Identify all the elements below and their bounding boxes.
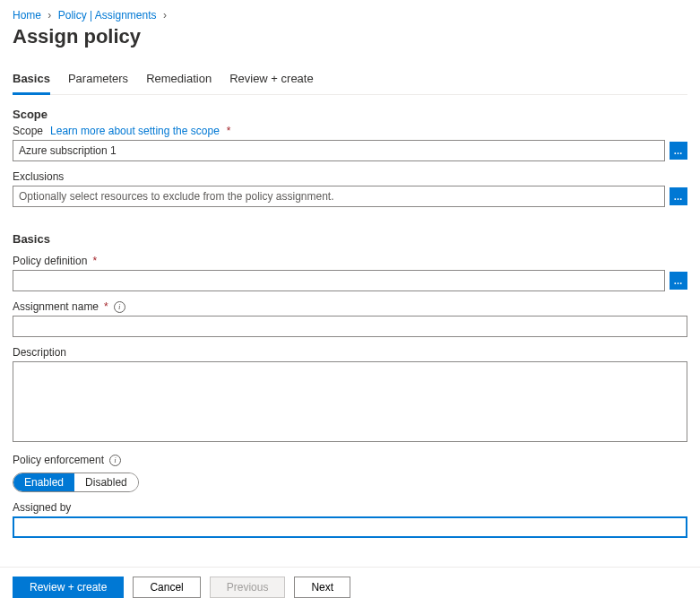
exclusions-label: Exclusions [13,170,687,183]
required-indicator: * [104,300,108,313]
page-title: Assign policy [13,25,687,48]
info-icon[interactable]: i [114,301,125,313]
scope-picker-button[interactable]: … [670,142,687,160]
scope-input[interactable] [13,140,665,161]
scope-label: Scope [13,125,43,137]
chevron-icon: › [163,9,167,22]
tab-parameters[interactable]: Parameters [68,72,128,94]
enforcement-toggle[interactable]: Enabled Disabled [13,473,139,492]
policy-definition-input[interactable] [13,270,665,291]
required-indicator: * [92,255,97,267]
description-label: Description [13,346,66,359]
tab-review[interactable]: Review + create [229,72,314,94]
policy-definition-label: Policy definition [13,255,87,267]
scope-learn-more-link[interactable]: Learn more about setting the scope [50,125,220,137]
assignment-name-label: Assignment name [13,300,99,313]
toggle-enabled[interactable]: Enabled [13,473,74,491]
tab-basics[interactable]: Basics [13,72,50,95]
required-indicator: * [227,125,231,137]
next-button[interactable]: Next [294,577,350,598]
tab-remediation[interactable]: Remediation [146,72,212,94]
cancel-button[interactable]: Cancel [133,577,200,598]
assigned-by-input[interactable] [13,516,687,538]
tabs: Basics Parameters Remediation Review + c… [13,72,687,95]
info-icon[interactable]: i [109,455,121,466]
footer: Review + create Cancel Previous Next [0,567,700,607]
breadcrumb: Home › Policy | Assignments › [13,9,687,22]
basics-heading: Basics [13,232,687,246]
toggle-disabled[interactable]: Disabled [74,473,138,491]
breadcrumb-home[interactable]: Home [13,9,41,22]
assigned-by-label: Assigned by [13,501,71,514]
previous-button: Previous [210,577,286,598]
chevron-icon: › [48,9,51,22]
scope-heading: Scope [13,108,687,121]
assignment-name-input[interactable] [13,316,687,337]
review-create-button[interactable]: Review + create [13,577,124,598]
breadcrumb-policy[interactable]: Policy | Assignments [58,9,157,22]
exclusions-picker-button[interactable]: … [670,187,687,205]
exclusions-input[interactable] [13,186,665,207]
enforcement-label: Policy enforcement [13,454,104,466]
policy-definition-picker-button[interactable]: … [670,272,687,290]
description-textarea[interactable] [13,361,687,442]
